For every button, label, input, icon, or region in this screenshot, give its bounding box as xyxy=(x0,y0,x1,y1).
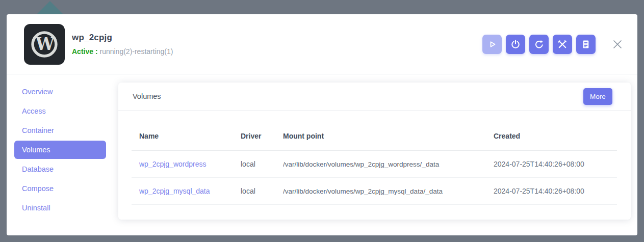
header-actions xyxy=(482,35,626,54)
volume-mount-point: /var/lib/docker/volumes/wp_2cpjg_mysql_d… xyxy=(283,178,494,205)
background-logo-fragment xyxy=(37,1,63,14)
volume-name-link[interactable]: wp_2cpjg_wordpress xyxy=(139,160,207,168)
column-header-created: Created xyxy=(494,111,617,151)
sidebar: Overview Access Container Volumes Databa… xyxy=(14,83,106,220)
column-header-name: Name xyxy=(132,111,241,151)
volumes-panel: Volumes More Name Driver Mount point Cre… xyxy=(118,83,631,220)
panel-title: Volumes xyxy=(133,92,161,100)
volumes-table: Name Driver Mount point Created wp_2cpjg… xyxy=(132,111,617,205)
title-block: wp_2cpjg Active : running(2)-restarting(… xyxy=(72,33,173,56)
volume-created: 2024-07-25T14:40:26+08:00 xyxy=(494,151,617,178)
start-button[interactable] xyxy=(482,35,502,54)
sidebar-item-database[interactable]: Database xyxy=(14,160,106,178)
sidebar-item-uninstall[interactable]: Uninstall xyxy=(14,199,106,217)
volume-name-link[interactable]: wp_2cpjg_mysql_data xyxy=(139,187,210,195)
table-row: wp_2cpjg_wordpress local /var/lib/docker… xyxy=(132,151,617,178)
status-separator: : xyxy=(93,47,99,56)
restart-icon xyxy=(533,39,545,50)
modal-body: Overview Access Container Volumes Databa… xyxy=(7,74,637,220)
column-header-driver: Driver xyxy=(241,111,283,151)
document-icon xyxy=(580,39,591,50)
page-backdrop: W wp_2cpjg Active : running(2)-restartin… xyxy=(0,0,644,242)
svg-text:W: W xyxy=(35,34,55,54)
play-icon xyxy=(486,39,498,50)
wordpress-logo: W xyxy=(24,24,65,65)
status-detail: running(2)-restarting(1) xyxy=(99,47,173,56)
modal-header: W wp_2cpjg Active : running(2)-restartin… xyxy=(7,14,637,74)
table-row: wp_2cpjg_mysql_data local /var/lib/docke… xyxy=(132,178,617,205)
app-detail-modal: W wp_2cpjg Active : running(2)-restartin… xyxy=(7,14,637,235)
sidebar-item-volumes[interactable]: Volumes xyxy=(14,141,106,159)
repair-button[interactable] xyxy=(553,35,572,54)
volume-driver: local xyxy=(241,178,283,205)
restart-button[interactable] xyxy=(529,35,549,54)
stop-button[interactable] xyxy=(506,35,525,54)
volume-created: 2024-07-25T14:40:26+08:00 xyxy=(494,178,617,205)
sidebar-item-access[interactable]: Access xyxy=(14,102,106,120)
volumes-table-wrap: Name Driver Mount point Created wp_2cpjg… xyxy=(132,111,617,205)
tools-icon xyxy=(557,39,568,50)
volume-driver: local xyxy=(241,151,283,178)
table-header-row: Name Driver Mount point Created xyxy=(132,111,617,151)
column-header-mount-point: Mount point xyxy=(283,111,494,151)
sidebar-item-compose[interactable]: Compose xyxy=(14,179,106,198)
volume-mount-point: /var/lib/docker/volumes/wp_2cpjg_wordpre… xyxy=(283,151,494,178)
sidebar-item-overview[interactable]: Overview xyxy=(14,83,106,101)
sidebar-item-container[interactable]: Container xyxy=(14,121,106,140)
status-active-label: Active xyxy=(72,47,93,56)
more-button[interactable]: More xyxy=(583,88,612,105)
app-title: wp_2cpjg xyxy=(72,33,173,43)
panel-header: Volumes More xyxy=(118,83,631,111)
close-icon[interactable] xyxy=(612,39,623,50)
app-status: Active : running(2)-restarting(1) xyxy=(72,47,173,56)
power-icon xyxy=(510,39,521,50)
logs-button[interactable] xyxy=(576,35,596,54)
